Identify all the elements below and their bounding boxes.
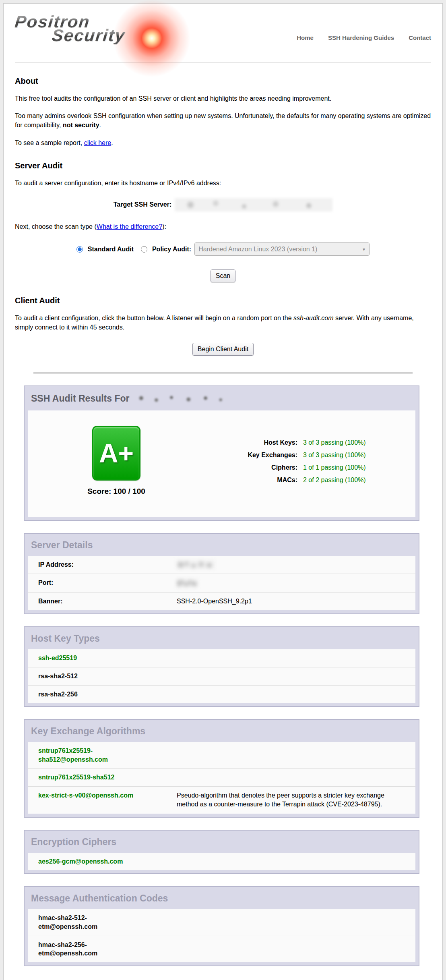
list-item: rsa-sha2-256 xyxy=(28,686,415,703)
scan-type-row: Standard Audit Policy Audit: Hardened Am… xyxy=(15,242,431,256)
server-audit-title: Server Audit xyxy=(15,161,431,170)
server-details-box: Server Details IP Address: Port: Banner:… xyxy=(24,533,419,615)
macs-box: Message Authentication Codes hmac-sha2-5… xyxy=(24,886,419,966)
policy-select-value: Hardened Amazon Linux 2023 (version 1) xyxy=(198,246,317,253)
list-item: aes256-gcm@openssh.com xyxy=(28,853,415,870)
client-audit-paragraph: To audit a client configuration, click t… xyxy=(15,313,431,332)
main-nav: Home SSH Hardening Guides Contact xyxy=(297,12,431,41)
stat-macs: MACs: 2 of 2 passing (100%) xyxy=(205,477,366,484)
ip-address-label: IP Address: xyxy=(38,560,140,570)
standard-audit-label: Standard Audit xyxy=(88,246,134,253)
encryption-ciphers-title: Encryption Ciphers xyxy=(25,831,419,853)
standard-audit-radio[interactable] xyxy=(76,246,83,253)
policy-audit-radio[interactable] xyxy=(141,246,147,253)
target-ssh-server-row: Target SSH Server: xyxy=(15,198,431,211)
nav-home[interactable]: Home xyxy=(297,34,314,41)
key-exchange-box: Key Exchange Algorithms sntrup761x25519-… xyxy=(24,719,419,818)
host-key-name: rsa-sha2-256 xyxy=(38,690,140,699)
list-item: hmac-sha2-256-etm@openssh.com xyxy=(28,936,415,962)
about-paragraph-3: To see a sample report, click here. xyxy=(15,138,431,147)
port-label: Port: xyxy=(38,578,140,588)
cipher-name: aes256-gcm@openssh.com xyxy=(38,857,140,866)
begin-client-audit-button[interactable]: Begin Client Audit xyxy=(192,343,254,356)
stat-host-keys: Host Keys: 3 of 3 passing (100%) xyxy=(205,439,366,446)
nav-ssh-hardening-guides[interactable]: SSH Hardening Guides xyxy=(328,34,394,41)
target-ssh-server-input[interactable] xyxy=(175,198,332,211)
server-details-title: Server Details xyxy=(25,534,419,556)
list-item: ssh-ed25519 xyxy=(28,649,415,667)
host-key-types-title: Host Key Types xyxy=(25,627,419,649)
kex-name: sntrup761x25519-sha512@openssh.com xyxy=(38,746,140,764)
stat-key-exchanges: Key Exchanges: 3 of 3 passing (100%) xyxy=(205,452,366,459)
list-item: kex-strict-s-v00@openssh.com Pseudo-algo… xyxy=(28,787,415,814)
stats-column: Host Keys: 3 of 3 passing (100%) Key Exc… xyxy=(205,426,366,496)
list-item: hmac-sha2-512-etm@openssh.com xyxy=(28,909,415,936)
results-box-title: SSH Audit Results For xyxy=(25,386,419,410)
sample-report-link[interactable]: click here xyxy=(84,139,112,146)
scan-type-prompt: Next, choose the scan type (What is the … xyxy=(15,222,431,231)
ssh-audit-results-box: SSH Audit Results For A+ Score: 100 / 10… xyxy=(24,385,419,521)
redacted-ip-address xyxy=(177,560,215,569)
main-content-card: Positron Security Home SSH Hardening Gui… xyxy=(3,3,443,980)
mac-name: hmac-sha2-256-etm@openssh.com xyxy=(38,941,140,958)
encryption-ciphers-box: Encryption Ciphers aes256-gcm@openssh.co… xyxy=(24,830,419,874)
policy-audit-label: Policy Audit: xyxy=(152,246,191,253)
results-panel: A+ Score: 100 / 100 Host Keys: 3 of 3 pa… xyxy=(28,410,415,517)
kex-note: Pseudo-algorithm that denotes the peer s… xyxy=(177,791,407,809)
grade-letter: A+ xyxy=(99,438,134,468)
target-ssh-server-label: Target SSH Server: xyxy=(114,201,172,208)
grade-badge: A+ xyxy=(92,426,140,481)
table-row: Banner: SSH-2.0-OpenSSH_9.2p1 xyxy=(28,593,415,610)
logo-text-line2: Security xyxy=(51,27,126,44)
redacted-port xyxy=(177,579,198,588)
table-row: Port: xyxy=(28,574,415,593)
kex-name: kex-strict-s-v00@openssh.com xyxy=(38,791,140,809)
scan-button[interactable]: Scan xyxy=(211,269,235,282)
score-text: Score: 100 / 100 xyxy=(87,487,145,496)
kex-name: sntrup761x25519-sha512 xyxy=(38,773,140,782)
policy-select[interactable]: Hardened Amazon Linux 2023 (version 1) ▾ xyxy=(194,242,370,256)
site-header: Positron Security Home SSH Hardening Gui… xyxy=(15,12,431,58)
banner-value: SSH-2.0-OpenSSH_9.2p1 xyxy=(177,597,407,606)
banner-label: Banner: xyxy=(38,597,140,606)
server-audit-intro: To audit a server configuration, enter i… xyxy=(15,178,431,188)
nav-contact[interactable]: Contact xyxy=(409,34,431,41)
kex-note xyxy=(177,746,407,764)
list-item: sntrup761x25519-sha512 xyxy=(28,769,415,787)
host-key-name: rsa-sha2-512 xyxy=(38,672,140,681)
header-divider xyxy=(15,62,431,63)
about-title: About xyxy=(15,77,431,86)
list-item: sntrup761x25519-sha512@openssh.com xyxy=(28,742,415,769)
host-key-types-box: Host Key Types ssh-ed25519 rsa-sha2-512 … xyxy=(24,626,419,707)
scan-type-difference-link[interactable]: What is the difference? xyxy=(97,223,162,230)
macs-title: Message Authentication Codes xyxy=(25,887,419,909)
results-divider xyxy=(33,373,413,373)
mac-name: hmac-sha2-512-etm@openssh.com xyxy=(38,914,140,931)
not-security-emphasis: not security xyxy=(63,122,99,128)
about-paragraph-1: This free tool audits the configuration … xyxy=(15,94,431,103)
redacted-hostname xyxy=(134,392,228,405)
grade-column: A+ Score: 100 / 100 xyxy=(28,426,205,496)
about-paragraph-2: Too many admins overlook SSH configurati… xyxy=(15,111,431,130)
kex-note xyxy=(177,773,407,782)
positron-security-logo: Positron Security xyxy=(15,13,188,58)
ssh-audit-domain: ssh-audit.com xyxy=(293,315,334,321)
list-item: rsa-sha2-512 xyxy=(28,667,415,686)
stat-ciphers: Ciphers: 1 of 1 passing (100%) xyxy=(205,464,366,471)
host-key-name: ssh-ed25519 xyxy=(38,654,140,663)
chevron-down-icon: ▾ xyxy=(363,247,365,252)
key-exchange-title: Key Exchange Algorithms xyxy=(25,720,419,742)
table-row: IP Address: xyxy=(28,556,415,574)
client-audit-title: Client Audit xyxy=(15,296,431,305)
